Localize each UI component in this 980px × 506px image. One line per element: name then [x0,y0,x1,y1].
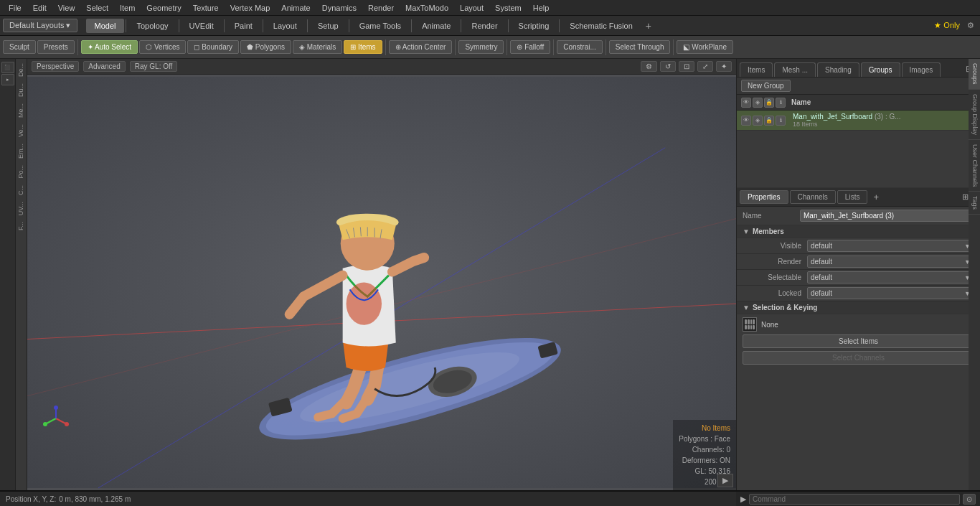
menu-maxtomodo[interactable]: MaxToModo [400,2,454,14]
layout-add-btn[interactable]: + [641,19,656,33]
vertices-btn[interactable]: ⬡ Vertices [139,40,186,54]
groups-icon-render[interactable]: ◈ [753,98,763,108]
cmd-run-btn[interactable]: ⊙ [963,494,976,505]
side-tab-c[interactable]: C... [16,182,27,198]
boundary-btn[interactable]: ◻ Boundary [187,40,239,54]
layout-tab-uvedit[interactable]: UVEdit [181,19,222,33]
rside-tab-tags[interactable]: Tags [969,192,980,215]
rside-tab-groups[interactable]: Groups [969,59,980,90]
group-eye-icon[interactable]: 👁 [741,116,751,126]
prop-render-select[interactable]: default ▼ [807,256,974,268]
menu-system[interactable]: System [489,2,527,14]
left-tool-1[interactable]: ⬛ [1,62,14,73]
layout-gear[interactable]: ⚙ [964,19,977,32]
menu-view[interactable]: View [52,2,81,14]
prop-locked-select[interactable]: default ▼ [807,287,974,299]
workplane-btn[interactable]: ⬕ WorkPlane [677,40,733,54]
layout-tab-schematic[interactable]: Schematic Fusion [561,19,641,33]
menu-file[interactable]: File [3,2,27,14]
layout-star[interactable]: ★ Only [930,19,964,32]
new-group-btn[interactable]: New Group [741,80,791,92]
right-tab-images[interactable]: Images [902,62,941,77]
menu-layout[interactable]: Layout [454,2,489,14]
props-name-input[interactable] [800,210,974,222]
side-tab-uv[interactable]: UV... [16,199,27,218]
right-tab-shading[interactable]: Shading [817,62,859,77]
layout-tab-paint[interactable]: Paint [226,19,261,33]
layout-tab-model[interactable]: Model [86,19,125,33]
menu-item[interactable]: Item [114,2,141,14]
cmd-arrow[interactable]: ▶ [740,495,746,504]
materials-btn[interactable]: ◈ Materials [293,40,342,54]
group-render-icon[interactable]: ◈ [753,116,763,126]
rside-tab-userchannels[interactable]: User Channels [969,140,980,192]
symmetry-btn[interactable]: Symmetry [458,40,504,54]
select-channels-btn[interactable]: Select Channels [743,351,974,365]
layout-tab-topology[interactable]: Topology [128,19,176,33]
action-center-btn[interactable]: ⊕ Action Center [389,40,453,54]
vp-raygl-btn[interactable]: Ray GL: Off [130,61,178,72]
groups-icon-info[interactable]: ℹ [776,98,786,108]
props-tab-lists[interactable]: Lists [837,190,868,204]
props-tab-properties[interactable]: Properties [740,190,788,204]
vp-advanced-btn[interactable]: Advanced [83,61,125,72]
vp-icon2[interactable]: ↺ [660,61,676,72]
layout-selector[interactable]: Default Layouts ▾ [3,19,77,32]
sel-keying-arrow[interactable]: ▼ [743,304,750,311]
items-btn[interactable]: ⊞ Items [344,40,382,54]
group-info-icon[interactable]: ℹ [776,116,786,126]
menu-animate[interactable]: Animate [275,2,316,14]
side-tab-de[interactable]: De... [16,60,27,80]
layout-tab-gametools[interactable]: Game Tools [351,19,410,33]
vp-icon5[interactable]: ✦ [716,61,732,72]
layout-tab-setup[interactable]: Setup [309,19,347,33]
side-tab-ve[interactable]: Ve... [16,121,27,140]
members-arrow[interactable]: ▼ [743,228,750,235]
left-tool-2[interactable]: ▸ [1,74,14,85]
vp-icon3[interactable]: ⊡ [679,61,694,72]
polygons-btn[interactable]: ⬟ Polygons [240,40,291,54]
layout-tab-render[interactable]: Render [463,19,506,33]
vp-icon1[interactable]: ⚙ [641,61,657,72]
right-tab-mesh[interactable]: Mesh ... [774,62,816,77]
props-add-btn[interactable]: + [869,190,883,204]
side-tab-du[interactable]: Du... [16,80,27,100]
scroll-right-btn[interactable]: ▶ [717,474,733,487]
side-tab-po[interactable]: Po... [16,162,27,182]
group-item[interactable]: 👁 ◈ 🔒 ℹ Man_with_Jet_Surfboard (3) : G..… [737,111,980,131]
select-through-btn[interactable]: Select Through [609,40,671,54]
menu-select[interactable]: Select [80,2,114,14]
auto-select-btn[interactable]: ✦ Auto Select [81,40,138,54]
prop-visible-select[interactable]: default ▼ [807,240,974,252]
constraints-btn[interactable]: Constrai... [557,40,603,54]
vp-icon4[interactable]: ⤢ [697,61,713,72]
menu-geometry[interactable]: Geometry [141,2,187,14]
side-tab-em[interactable]: Em... [16,141,27,161]
rside-tab-groupdisplay[interactable]: Group Display [969,90,980,140]
props-tab-channels[interactable]: Channels [790,190,836,204]
falloff-btn[interactable]: ⊛ Falloff [510,40,550,54]
side-tab-me[interactable]: Me... [16,100,27,121]
presets-btn[interactable]: Presets [37,40,75,54]
sel-grid-icon[interactable] [743,317,757,332]
sculpt-btn[interactable]: Sculpt [3,40,36,54]
vp-perspective-btn[interactable]: Perspective [32,61,79,72]
groups-icon-eye[interactable]: 👁 [741,98,751,108]
layout-tab-scripting[interactable]: Scripting [510,19,558,33]
menu-texture[interactable]: Texture [187,2,225,14]
side-tab-f[interactable]: F... [16,219,27,233]
groups-icon-lock[interactable]: 🔒 [764,98,774,108]
menu-vertexmap[interactable]: Vertex Map [225,2,276,14]
layout-tab-animate[interactable]: Animate [413,19,459,33]
right-tab-groups[interactable]: Groups [861,62,900,77]
menu-render[interactable]: Render [362,2,400,14]
select-items-btn[interactable]: Select Items [743,334,974,348]
command-input[interactable] [749,494,960,505]
menu-help[interactable]: Help [527,2,555,14]
menu-dynamics[interactable]: Dynamics [316,2,362,14]
group-lock-icon[interactable]: 🔒 [764,116,774,126]
layout-tab-layout[interactable]: Layout [265,19,306,33]
right-tab-items[interactable]: Items [740,62,773,77]
menu-edit[interactable]: Edit [27,2,52,14]
viewport-canvas[interactable]: No Items Polygons : Face Channels: 0 Def… [27,75,736,490]
